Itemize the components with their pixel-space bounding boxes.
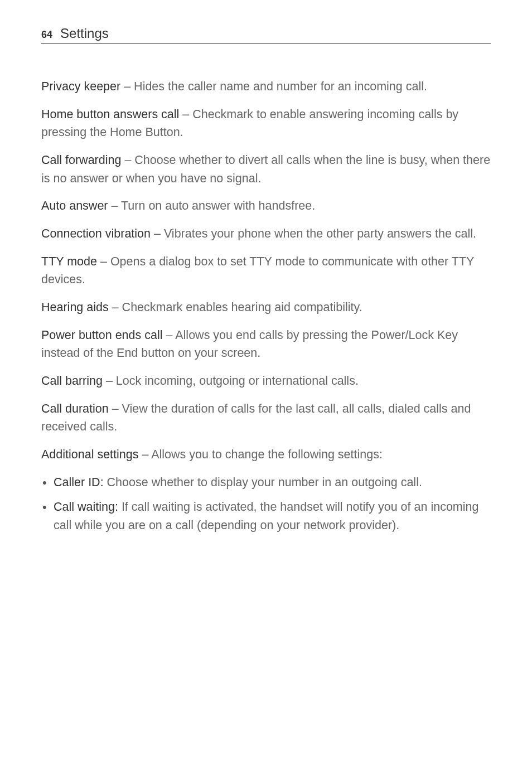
setting-item: TTY mode – Opens a dialog box to set TTY…	[41, 253, 491, 289]
setting-term: Privacy keeper	[41, 80, 120, 93]
setting-desc: – Hides the caller name and number for a…	[120, 80, 427, 93]
setting-term: Call barring	[41, 374, 103, 388]
setting-item: Power button ends call – Allows you end …	[41, 326, 491, 362]
page-content: Privacy keeper – Hides the caller name a…	[41, 78, 491, 535]
bullet-term: Caller ID:	[54, 476, 104, 489]
setting-item: Additional settings – Allows you to chan…	[41, 446, 491, 464]
setting-desc: – Allows you to change the following set…	[139, 448, 383, 461]
setting-desc: – Vibrates your phone when the other par…	[151, 227, 476, 240]
setting-term: Home button answers call	[41, 108, 179, 121]
setting-term: TTY mode	[41, 255, 97, 268]
setting-term: Call duration	[41, 402, 109, 415]
section-title: Settings	[60, 26, 109, 41]
setting-desc: – Turn on auto answer with handsfree.	[108, 199, 316, 212]
setting-item: Home button answers call – Checkmark to …	[41, 105, 491, 142]
setting-item: Auto answer – Turn on auto answer with h…	[41, 197, 491, 215]
setting-item: Call barring – Lock incoming, outgoing o…	[41, 372, 491, 390]
bullet-desc: Choose whether to display your number in…	[104, 476, 422, 489]
setting-term: Auto answer	[41, 199, 108, 212]
setting-item: Privacy keeper – Hides the caller name a…	[41, 78, 491, 96]
setting-item: Hearing aids – Checkmark enables hearing…	[41, 298, 491, 317]
setting-item: Call forwarding – Choose whether to dive…	[41, 151, 491, 187]
setting-desc: – Checkmark enables hearing aid compatib…	[109, 301, 362, 314]
setting-term: Call forwarding	[41, 153, 121, 167]
setting-term: Power button ends call	[41, 328, 163, 342]
list-item: Caller ID: Choose whether to display you…	[41, 473, 491, 492]
setting-desc: – Opens a dialog box to set TTY mode to …	[41, 255, 474, 287]
setting-term: Additional settings	[41, 448, 139, 461]
setting-item: Call duration – View the duration of cal…	[41, 400, 491, 436]
setting-term: Connection vibration	[41, 227, 151, 240]
setting-desc: – Lock incoming, outgoing or internation…	[103, 374, 359, 388]
bullet-list: Caller ID: Choose whether to display you…	[41, 473, 491, 535]
setting-item: Connection vibration – Vibrates your pho…	[41, 225, 491, 243]
setting-term: Hearing aids	[41, 301, 109, 314]
list-item: Call waiting: If call waiting is activat…	[41, 498, 491, 534]
page-number: 64	[41, 29, 52, 41]
page-header: 64 Settings	[41, 26, 491, 44]
bullet-term: Call waiting:	[54, 500, 118, 514]
